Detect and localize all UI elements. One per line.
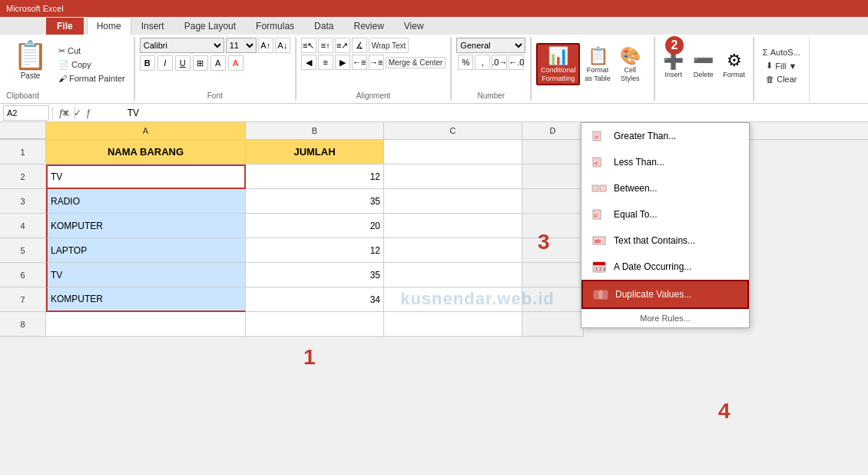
formula-cancel-icon[interactable]: ✕	[61, 108, 69, 118]
cell-b4[interactable]: 20	[246, 214, 384, 238]
row-header-6[interactable]: 6	[0, 263, 46, 287]
font-size-select[interactable]: 11	[226, 38, 257, 53]
align-right-button[interactable]: ▶	[335, 55, 350, 70]
bold-button[interactable]: B	[140, 55, 155, 71]
between-item[interactable]: Between...	[581, 175, 749, 201]
cell-c1[interactable]	[384, 140, 522, 164]
cell-b1[interactable]: JUMLAH	[246, 140, 384, 164]
autosum-button[interactable]: Σ AutoS...	[759, 46, 804, 58]
row-header-1[interactable]: 1	[0, 140, 46, 164]
angle-text-button[interactable]: ∡	[352, 38, 367, 53]
cell-c3[interactable]	[384, 189, 522, 214]
date-occurring-item[interactable]: 1 2 3 A Date Occurring...	[581, 254, 749, 280]
cell-a1[interactable]: NAMA BARANG	[46, 140, 246, 164]
font-increase-button[interactable]: A↑	[258, 38, 273, 53]
cell-b6[interactable]: 35	[246, 263, 384, 287]
cell-a4[interactable]: KOMPUTER	[46, 214, 246, 238]
cell-b3[interactable]: 35	[246, 189, 384, 214]
copy-button[interactable]: 📄 Copy	[55, 58, 129, 71]
font-color-button[interactable]: A	[228, 55, 244, 71]
italic-button[interactable]: I	[157, 55, 173, 71]
cell-a8[interactable]	[46, 312, 246, 337]
cell-a6[interactable]: TV	[46, 263, 246, 287]
formula-input[interactable]	[124, 108, 865, 118]
font-name-select[interactable]: Calibri	[140, 38, 224, 53]
cell-a3[interactable]: RADIO	[46, 189, 246, 214]
tab-view[interactable]: View	[394, 17, 434, 35]
cell-d7[interactable]	[522, 287, 584, 312]
cell-d8[interactable]	[522, 312, 584, 337]
indent-decrease-button[interactable]: ←≡	[352, 55, 367, 70]
comma-button[interactable]: ,	[475, 55, 490, 70]
format-button[interactable]: ⚙ Format	[720, 49, 748, 80]
row-header-2[interactable]: 2	[0, 164, 46, 189]
cell-c8[interactable]	[384, 312, 522, 337]
row-header-8[interactable]: 8	[0, 312, 46, 337]
cell-b8[interactable]	[246, 312, 384, 337]
col-header-a[interactable]: A	[46, 122, 246, 139]
formula-insert-icon[interactable]: ƒ	[86, 108, 91, 118]
font-decrease-button[interactable]: A↓	[275, 38, 290, 53]
wrap-text-button[interactable]: Wrap Text	[369, 38, 409, 53]
conditional-formatting-button[interactable]: 📊 ConditionalFormatting	[536, 43, 580, 86]
cell-reference-input[interactable]	[3, 105, 49, 121]
cell-b2[interactable]: 12	[246, 164, 384, 189]
tab-file[interactable]: File	[46, 18, 84, 35]
increase-decimal-button[interactable]: .0→	[492, 55, 507, 70]
align-top-left-button[interactable]: ≡↖	[301, 38, 316, 53]
clear-button[interactable]: 🗑 Clear	[762, 73, 800, 85]
cell-d3[interactable]	[522, 189, 584, 214]
align-top-center-button[interactable]: ≡↑	[318, 38, 333, 53]
col-header-b[interactable]: B	[246, 122, 384, 139]
cell-a2[interactable]: TV	[46, 164, 246, 189]
tab-insert[interactable]: Insert	[131, 17, 174, 35]
cell-d4[interactable]	[522, 214, 584, 238]
tab-home[interactable]: Home	[87, 17, 131, 35]
cell-c4[interactable]	[384, 214, 522, 238]
row-header-5[interactable]: 5	[0, 238, 46, 263]
cell-a7[interactable]: KOMPUTER	[46, 287, 246, 312]
percent-button[interactable]: %	[458, 55, 473, 70]
less-than-item[interactable]: < Less Than...	[581, 149, 749, 175]
cut-button[interactable]: ✂ Cut	[55, 45, 129, 58]
col-header-d[interactable]: D	[522, 122, 584, 139]
text-contains-item[interactable]: ab Text that Contains...	[581, 228, 749, 254]
cell-d5[interactable]	[522, 238, 584, 263]
cell-b7[interactable]: 34	[246, 287, 384, 312]
cell-c2[interactable]	[384, 164, 522, 189]
cell-d6[interactable]	[522, 263, 584, 287]
fill-button[interactable]: ⬇ Fill ▼	[762, 59, 800, 72]
formula-confirm-icon[interactable]: ✓	[74, 108, 81, 118]
border-button[interactable]: ⊞	[193, 55, 208, 71]
format-table-button[interactable]: 📋 Format as Table	[580, 45, 615, 85]
col-header-c[interactable]: C	[384, 122, 522, 139]
tab-data[interactable]: Data	[304, 17, 343, 35]
merge-center-button[interactable]: Merge & Center	[386, 57, 446, 68]
delete-button[interactable]: ➖ Delete	[690, 49, 717, 80]
fill-color-button[interactable]: A	[210, 55, 226, 71]
cell-d2[interactable]	[522, 164, 584, 189]
number-format-select[interactable]: General	[456, 38, 525, 53]
decrease-decimal-button[interactable]: ←.0	[509, 55, 524, 70]
cell-b5[interactable]: 12	[246, 238, 384, 263]
paste-button[interactable]: 📋	[11, 39, 50, 71]
indent-increase-button[interactable]: →≡	[369, 55, 384, 70]
tab-formulas[interactable]: Formulas	[246, 17, 304, 35]
tab-review[interactable]: Review	[343, 17, 393, 35]
equal-to-item[interactable]: = Equal To...	[581, 201, 749, 228]
cell-d1[interactable]	[522, 140, 584, 164]
align-top-right-button[interactable]: ≡↗	[335, 38, 350, 53]
row-header-3[interactable]: 3	[0, 189, 46, 214]
underline-button[interactable]: U	[175, 55, 190, 71]
align-center-button[interactable]: ≡	[318, 55, 333, 70]
cell-c6[interactable]	[384, 263, 522, 287]
row-header-4[interactable]: 4	[0, 214, 46, 238]
greater-than-item[interactable]: > Greater Than...	[581, 123, 749, 149]
more-rules-item[interactable]: More Rules...	[581, 309, 749, 327]
cell-c7[interactable]	[384, 287, 522, 312]
align-left-button[interactable]: ◀	[301, 55, 316, 70]
cell-a5[interactable]: LAPTOP	[46, 238, 246, 263]
tab-page-layout[interactable]: Page Layout	[174, 17, 246, 35]
cell-c5[interactable]	[384, 238, 522, 263]
duplicate-values-item[interactable]: Duplicate Values...	[581, 280, 749, 309]
